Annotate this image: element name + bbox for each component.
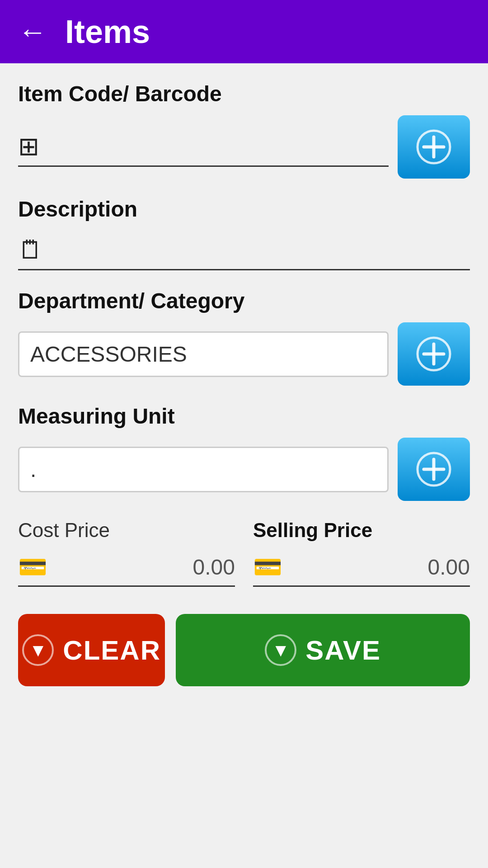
description-input-wrapper: 🗒 — [18, 231, 470, 270]
credit-card-icon: 💳 — [18, 553, 47, 581]
item-code-label: Item Code/ Barcode — [18, 81, 470, 106]
selling-price-label: Selling Price — [253, 519, 470, 542]
action-buttons: ▼ CLEAR ▼ SAVE — [18, 614, 470, 686]
cost-price-section: Cost Price 💳 0.00 — [18, 519, 235, 587]
measuring-unit-input-wrapper — [18, 447, 389, 492]
selling-price-input-wrapper: 💳 0.00 — [253, 549, 470, 587]
description-input[interactable] — [51, 239, 470, 261]
department-input-wrapper — [18, 331, 389, 377]
description-row: 🗒 — [18, 231, 470, 270]
department-add-button[interactable] — [398, 322, 470, 386]
department-input[interactable] — [30, 342, 376, 367]
description-section: Description 🗒 — [18, 197, 470, 270]
chevron-down-icon: ▼ — [29, 641, 47, 659]
save-icon-circle: ▼ — [265, 634, 296, 666]
main-content: Item Code/ Barcode ⊞ Description 🗒 — [0, 63, 488, 704]
doc-icon: 🗒 — [18, 235, 43, 264]
chevron-down-icon-2: ▼ — [272, 641, 290, 659]
cost-price-input-wrapper: 💳 0.00 — [18, 549, 235, 587]
price-row: Cost Price 💳 0.00 Selling Price 💳 0.00 — [18, 519, 470, 587]
measuring-unit-label: Measuring Unit — [18, 404, 470, 429]
item-code-row: ⊞ — [18, 115, 470, 179]
credit-card-icon-2: 💳 — [253, 553, 282, 581]
measuring-unit-add-button[interactable] — [398, 438, 470, 501]
clear-button-label: CLEAR — [63, 635, 161, 666]
department-label: Department/ Category — [18, 288, 470, 313]
qr-icon: ⊞ — [18, 132, 39, 161]
plus-circle-icon — [416, 129, 452, 165]
item-code-input-wrapper: ⊞ — [18, 127, 389, 167]
measuring-unit-row — [18, 438, 470, 501]
measuring-unit-section: Measuring Unit — [18, 404, 470, 501]
cost-price-value: 0.00 — [55, 555, 235, 580]
item-code-add-button[interactable] — [398, 115, 470, 179]
department-section: Department/ Category — [18, 288, 470, 386]
department-row — [18, 322, 470, 386]
clear-icon-circle: ▼ — [22, 634, 54, 666]
item-code-input[interactable] — [47, 135, 389, 158]
selling-price-value: 0.00 — [290, 555, 470, 580]
item-code-section: Item Code/ Barcode ⊞ — [18, 81, 470, 179]
plus-circle-icon-2 — [416, 336, 452, 372]
save-button-label: SAVE — [305, 635, 381, 666]
cost-price-label: Cost Price — [18, 519, 235, 542]
app-header: ← Items — [0, 0, 488, 63]
page-title: Items — [65, 13, 150, 50]
selling-price-section: Selling Price 💳 0.00 — [253, 519, 470, 587]
description-label: Description — [18, 197, 470, 222]
save-button[interactable]: ▼ SAVE — [176, 614, 470, 686]
clear-button[interactable]: ▼ CLEAR — [18, 614, 165, 686]
plus-circle-icon-3 — [416, 451, 452, 487]
back-button[interactable]: ← — [18, 17, 47, 46]
measuring-unit-input[interactable] — [30, 457, 376, 482]
